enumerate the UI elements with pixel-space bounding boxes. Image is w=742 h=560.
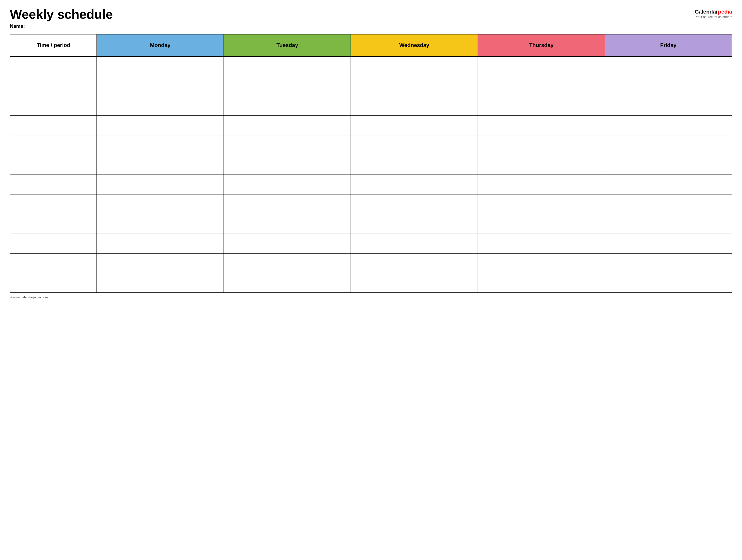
schedule-cell[interactable] [478,253,605,273]
schedule-cell[interactable] [224,115,351,135]
schedule-cell[interactable] [224,174,351,194]
table-row [10,174,732,194]
schedule-cell[interactable] [97,155,224,174]
logo-section: Calendarpedia Your source for calendars [695,7,732,19]
time-cell[interactable] [10,234,97,253]
time-cell[interactable] [10,273,97,293]
schedule-cell[interactable] [351,214,478,234]
schedule-cell[interactable] [605,174,732,194]
schedule-cell[interactable] [478,56,605,76]
schedule-cell[interactable] [224,214,351,234]
col-header-thursday: Thursday [478,34,605,56]
schedule-cell[interactable] [97,76,224,96]
schedule-cell[interactable] [351,155,478,174]
table-row [10,56,732,76]
schedule-cell[interactable] [97,253,224,273]
schedule-cell[interactable] [478,155,605,174]
schedule-cell[interactable] [605,96,732,115]
schedule-cell[interactable] [351,273,478,293]
table-row [10,135,732,155]
col-header-friday: Friday [605,34,732,56]
schedule-cell[interactable] [351,96,478,115]
schedule-cell[interactable] [351,174,478,194]
logo-tagline: Your source for calendars [696,15,732,19]
col-header-wednesday: Wednesday [351,34,478,56]
schedule-cell[interactable] [351,234,478,253]
schedule-cell[interactable] [605,273,732,293]
schedule-cell[interactable] [97,56,224,76]
page-title: Weekly schedule [10,7,113,21]
schedule-cell[interactable] [351,56,478,76]
schedule-cell[interactable] [97,174,224,194]
schedule-cell[interactable] [605,214,732,234]
time-cell[interactable] [10,96,97,115]
schedule-body [10,56,732,293]
schedule-cell[interactable] [605,194,732,214]
schedule-cell[interactable] [97,273,224,293]
schedule-cell[interactable] [351,194,478,214]
table-row [10,115,732,135]
table-row [10,214,732,234]
schedule-cell[interactable] [97,214,224,234]
time-cell[interactable] [10,56,97,76]
schedule-cell[interactable] [97,194,224,214]
schedule-cell[interactable] [224,273,351,293]
schedule-cell[interactable] [605,76,732,96]
schedule-cell[interactable] [605,234,732,253]
time-cell[interactable] [10,194,97,214]
table-row [10,76,732,96]
schedule-table: Time / period Monday Tuesday Wednesday T… [10,34,732,293]
schedule-cell[interactable] [224,155,351,174]
footer: © www.calendarpedia.com [10,295,732,299]
schedule-cell[interactable] [224,76,351,96]
schedule-cell[interactable] [605,253,732,273]
time-cell[interactable] [10,253,97,273]
copyright-text: © www.calendarpedia.com [10,295,48,299]
table-row [10,155,732,174]
time-cell[interactable] [10,135,97,155]
logo-pedia: pedia [718,9,732,15]
schedule-cell[interactable] [478,234,605,253]
schedule-cell[interactable] [478,135,605,155]
time-cell[interactable] [10,155,97,174]
schedule-cell[interactable] [224,135,351,155]
schedule-cell[interactable] [97,96,224,115]
schedule-cell[interactable] [224,56,351,76]
page-header: Weekly schedule Name: Calendarpedia Your… [10,7,732,29]
schedule-cell[interactable] [224,234,351,253]
name-label: Name: [10,23,113,29]
schedule-cell[interactable] [351,135,478,155]
schedule-cell[interactable] [605,155,732,174]
table-row [10,96,732,115]
schedule-cell[interactable] [478,76,605,96]
schedule-cell[interactable] [351,76,478,96]
schedule-cell[interactable] [478,96,605,115]
schedule-cell[interactable] [605,135,732,155]
schedule-cell[interactable] [351,253,478,273]
schedule-cell[interactable] [478,194,605,214]
schedule-cell[interactable] [478,115,605,135]
schedule-cell[interactable] [351,115,478,135]
schedule-cell[interactable] [478,174,605,194]
logo-text: Calendarpedia [695,9,732,15]
col-header-monday: Monday [97,34,224,56]
schedule-cell[interactable] [478,273,605,293]
schedule-cell[interactable] [605,115,732,135]
col-header-tuesday: Tuesday [224,34,351,56]
time-cell[interactable] [10,115,97,135]
title-section: Weekly schedule Name: [10,7,113,29]
schedule-cell[interactable] [224,253,351,273]
schedule-cell[interactable] [605,56,732,76]
schedule-cell[interactable] [224,194,351,214]
schedule-cell[interactable] [97,234,224,253]
table-row [10,234,732,253]
schedule-cell[interactable] [224,96,351,115]
time-cell[interactable] [10,214,97,234]
schedule-cell[interactable] [478,214,605,234]
time-cell[interactable] [10,174,97,194]
table-row [10,253,732,273]
schedule-cell[interactable] [97,135,224,155]
col-header-time: Time / period [10,34,97,56]
schedule-cell[interactable] [97,115,224,135]
time-cell[interactable] [10,76,97,96]
